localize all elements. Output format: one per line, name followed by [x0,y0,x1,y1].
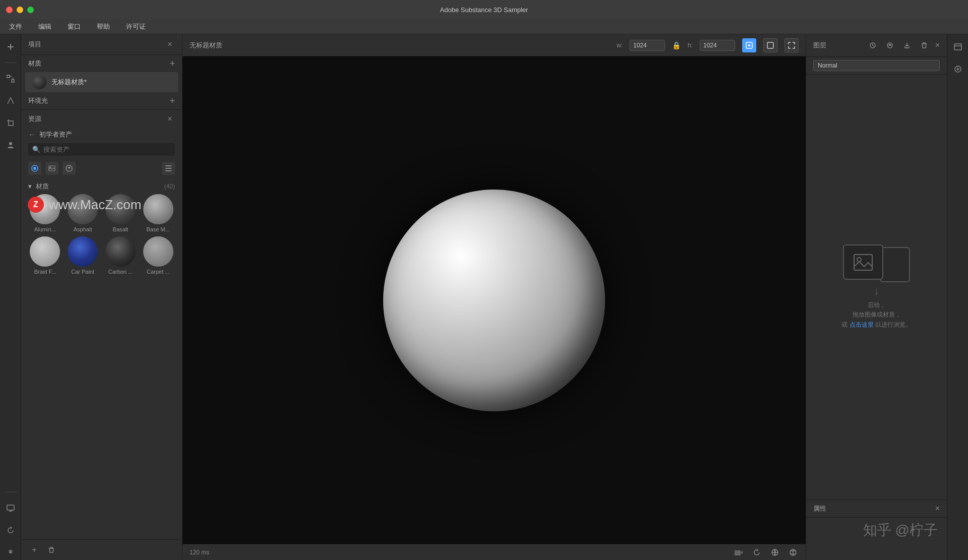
height-select[interactable]: 1024 512 2048 [700,40,735,51]
asset-item-carbon[interactable]: Carbon ... [104,236,138,275]
drop-doc-icon [880,247,910,282]
list-view-button[interactable] [162,162,175,175]
material-view-button[interactable] [763,38,777,52]
add-material-button[interactable]: + [169,59,175,68]
layers-delete-icon[interactable] [918,39,930,51]
asset-label-basalt: Basalt [113,226,129,232]
layer-drop-text[interactable]: 启动， 拖放图像或材质， 或 点击这里 以进行浏览。 [841,300,912,330]
layers-export-icon[interactable] [901,39,913,51]
assets-delete-button[interactable] [45,544,57,556]
right-icon-2[interactable] [950,61,965,77]
asset-thumb-carpet [143,236,173,267]
project-header: 项目 × [21,34,182,55]
fullscreen-button[interactable] [784,38,799,52]
monitor-icon[interactable] [3,501,18,516]
filter-bar [21,160,182,179]
layers-close-button[interactable]: × [935,41,940,50]
globe-icon[interactable] [769,547,780,558]
asset-item-car-paint[interactable]: Car Paint [66,236,100,275]
assets-back-button[interactable]: ← [28,131,35,139]
menu-help[interactable]: 帮助 [94,20,113,33]
rotate-icon[interactable] [751,547,762,558]
divider-1 [5,63,17,63]
width-select[interactable]: 1024 512 2048 [630,40,665,51]
assets-add-button[interactable]: + [28,544,40,556]
svg-point-9 [9,142,12,145]
assets-close-button[interactable]: × [165,114,175,124]
minimize-button[interactable] [17,7,23,13]
titlebar: Adobe Substance 3D Sampler [0,0,968,19]
svg-rect-10 [7,505,14,510]
project-close-button[interactable]: × [165,39,175,49]
layers-edit-icon[interactable] [867,39,879,51]
filter-material-button[interactable] [28,162,41,175]
3d-view-button[interactable] [742,38,756,52]
add-environment-button[interactable]: + [169,96,175,105]
width-label: w: [617,42,623,49]
material-item[interactable]: 无标题材质* [25,72,178,92]
drop-arrow-icon: ↓ [874,283,880,297]
settings-icon[interactable] [3,545,18,560]
maximize-button[interactable] [27,7,34,13]
path-icon[interactable] [3,93,18,108]
right-icon-1[interactable] [950,39,965,54]
svg-rect-21 [165,170,171,171]
asset-item-base-metal[interactable]: Base M... [141,194,175,232]
menu-edit[interactable]: 编辑 [35,20,54,33]
person-icon[interactable] [3,138,18,153]
svg-rect-24 [735,550,741,555]
asset-thumb-basalt [105,194,136,224]
refresh-icon[interactable] [3,523,18,538]
menu-license[interactable]: 许可证 [123,20,149,33]
asset-item-braid[interactable]: Braid F... [28,236,62,275]
drop-text-line3: 或 点击这里 以进行浏览。 [841,321,912,328]
asset-thumb-braid [30,236,60,267]
svg-rect-37 [954,44,961,50]
asset-item-basalt[interactable]: Basalt [104,194,138,232]
menu-file[interactable]: 文件 [6,20,25,33]
asset-item-asphalt[interactable]: Asphalt [66,194,100,232]
properties-panel: 属性 × [806,500,947,560]
materials-section-title: 材质 [28,59,41,68]
lock-icon: 🔒 [672,41,681,49]
viewport-statusbar: 120 ms [183,544,806,560]
main-layout: 项目 × 材质 + 无标题材质* 环境光 + Z www.MacZ.com 资源… [0,34,968,560]
asset-thumb-asphalt [68,194,98,224]
asset-label-braid: Braid F... [34,269,56,275]
menubar: 文件 编辑 窗口 帮助 许可证 [0,19,968,34]
svg-rect-20 [165,168,171,169]
asset-item-aluminum[interactable]: Alumin... [28,194,62,232]
window-controls[interactable] [6,7,34,13]
environment-section-header: 环境光 + [21,92,182,109]
asset-label-carpet: Carpet ... [147,269,169,275]
aperture-icon[interactable] [788,547,799,558]
menu-window[interactable]: 窗口 [65,20,84,33]
render-time: 120 ms [190,549,209,556]
svg-rect-35 [854,255,872,270]
camera-icon[interactable] [733,547,744,558]
blend-mode-select[interactable]: Normal [813,60,940,71]
filter-image-button[interactable] [45,162,58,175]
add-icon[interactable] [3,39,18,54]
layers-panel-header: 图层 × [806,34,947,57]
layers-filter-icon[interactable] [884,39,896,51]
viewport-canvas[interactable] [183,56,806,544]
transform-icon[interactable] [3,71,18,86]
properties-title: 属性 [813,504,826,513]
properties-header: 属性 × [806,500,947,518]
filter-filter-button[interactable] [63,162,76,175]
asset-item-carpet[interactable]: Carpet ... [141,236,175,275]
assets-nav: ← 初学者资产 [21,128,182,143]
search-input[interactable] [43,146,171,153]
assets-breadcrumb[interactable]: 初学者资产 [39,130,72,139]
assets-count: (40) [164,183,175,190]
environment-section-title: 环境光 [28,96,48,105]
collapse-arrow[interactable]: ▾ [28,182,32,190]
crop-icon[interactable] [3,115,18,131]
browse-link[interactable]: 点击这里 [850,321,874,328]
properties-close-button[interactable]: × [935,504,940,513]
close-button[interactable] [6,7,13,13]
asset-thumb-car-paint [68,236,98,267]
width-control: 1024 512 2048 [630,40,665,51]
search-bar: 🔍 [28,143,175,156]
